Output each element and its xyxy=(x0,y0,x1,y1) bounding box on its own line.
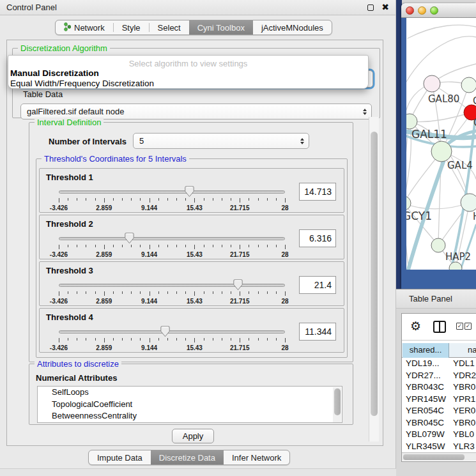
slider-track[interactable] xyxy=(59,330,285,334)
attribute-item-betweennesscentrality[interactable]: BetweennessCentrality xyxy=(38,410,342,422)
node-hap2[interactable] xyxy=(431,238,445,252)
threshold-value-field[interactable]: 6.316 xyxy=(299,229,336,247)
cell-name[interactable]: YBR0 xyxy=(453,381,475,393)
cell-shared-name[interactable]: YBR043C xyxy=(406,381,444,393)
table-row[interactable]: YDR27...YDR2 xyxy=(402,370,476,382)
tick-mark xyxy=(104,291,105,296)
cell-shared-name[interactable]: YBL079W xyxy=(406,429,445,440)
float-window-icon[interactable] xyxy=(367,4,374,11)
network-edge[interactable] xyxy=(410,112,472,122)
tab-discretize-data[interactable]: Discretize Data xyxy=(151,450,224,464)
node-top-right[interactable] xyxy=(461,77,476,93)
cell-name[interactable]: YDL1 xyxy=(453,358,475,369)
threshold-slider[interactable]: -3.4262.8599.14415.4321.71528 xyxy=(59,279,285,305)
threshold-value-field[interactable]: 21.4 xyxy=(299,276,336,294)
close-icon[interactable]: ✖ xyxy=(381,2,389,12)
cell-name[interactable]: YLR3 xyxy=(453,441,475,452)
network-edge[interactable] xyxy=(406,203,470,209)
checkbox-icon[interactable]: ✓ xyxy=(456,323,463,330)
node-bottom[interactable] xyxy=(449,262,462,270)
cell-shared-name[interactable]: YPR145W xyxy=(406,394,446,405)
close-traffic-light-icon[interactable] xyxy=(406,6,414,15)
tab-cyni-toolbox[interactable]: Cyni Toolbox xyxy=(189,20,253,35)
tab-infer-network[interactable]: Infer Network xyxy=(224,450,289,464)
tick-mark xyxy=(68,291,68,294)
dropdown-option-manual-discretization[interactable]: Manual Discretization xyxy=(10,68,99,78)
attribute-item-selfloops[interactable]: SelfLoops xyxy=(38,387,342,399)
panel-scrollbar[interactable] xyxy=(369,117,379,441)
node-gal11[interactable] xyxy=(406,114,417,129)
tick-mark xyxy=(68,245,68,247)
tick-mark xyxy=(158,198,159,201)
node-label-h: H xyxy=(473,211,476,222)
cell-name[interactable]: YDR2 xyxy=(453,370,476,381)
tick-mark xyxy=(86,198,86,201)
slider-tick-labels: -3.4262.8599.14415.4321.71528 xyxy=(59,251,285,259)
cell-shared-name[interactable]: YER054C xyxy=(406,405,444,417)
table-row[interactable]: YER054CYER0 xyxy=(402,405,476,417)
cell-shared-name[interactable]: YDR27... xyxy=(406,370,441,381)
table-row[interactable]: YLR345WYLR3 xyxy=(402,441,476,453)
tab-style[interactable]: Style xyxy=(114,20,149,35)
node-right-mid[interactable] xyxy=(461,194,476,211)
zoom-traffic-light-icon[interactable] xyxy=(430,6,438,15)
threshold-slider[interactable]: -3.4262.8599.14415.4321.71528 xyxy=(59,325,285,352)
scrollbar-thumb[interactable] xyxy=(371,132,378,416)
table-row[interactable]: YDL19...YDL1 xyxy=(402,358,476,370)
slider-track[interactable] xyxy=(59,284,285,287)
threshold-value-field[interactable]: 14.713 xyxy=(299,183,336,201)
tab-impute-data[interactable]: Impute Data xyxy=(89,450,151,464)
scrollbar-thumb[interactable] xyxy=(334,388,341,415)
network-edge[interactable] xyxy=(406,36,476,82)
network-canvas[interactable]: GAL80G.CGAL11GAL4GCY1HHAP2 xyxy=(406,18,476,270)
network-edge-highlighted[interactable] xyxy=(461,225,476,270)
threshold-value-field[interactable]: 11.344 xyxy=(299,323,336,341)
table-row[interactable]: YBR043CYBR0 xyxy=(402,381,476,394)
node-gcy1[interactable] xyxy=(406,196,411,210)
number-of-intervals-combobox[interactable]: 5 xyxy=(133,133,309,149)
tick-label: 9.144 xyxy=(141,251,157,258)
slider-handle[interactable] xyxy=(125,233,134,244)
slider-handle[interactable] xyxy=(185,186,194,197)
apply-button[interactable]: Apply xyxy=(172,429,214,443)
gear-icon[interactable]: ⚙ xyxy=(410,319,421,334)
network-window-titlebar[interactable] xyxy=(401,3,476,18)
attributes-scrollbar[interactable] xyxy=(333,387,341,423)
network-graph[interactable]: GAL80G.CGAL11GAL4GCY1HHAP2 xyxy=(406,18,476,270)
tab-network[interactable]: Network xyxy=(56,20,113,35)
cell-name[interactable]: YER0 xyxy=(453,405,475,417)
scrollbar-thumb[interactable] xyxy=(403,454,464,460)
cell-name[interactable]: YPR1 xyxy=(453,394,475,405)
attributes-listbox[interactable]: SelfLoopsTopologicalCoefficientBetweenne… xyxy=(37,386,342,423)
column-header-name[interactable]: na xyxy=(450,343,476,358)
panel-footer xyxy=(0,468,396,476)
node-label-hap2: HAP2 xyxy=(445,251,471,263)
dropdown-option-equal-width-frequency[interactable]: Equal Width/Frequency Discretization xyxy=(10,79,154,88)
slider-handle[interactable] xyxy=(160,326,170,337)
cell-name[interactable]: YBL0 xyxy=(453,429,474,440)
table-row[interactable]: YBL079WYBL0 xyxy=(402,429,476,441)
table-row[interactable]: YBR045CYBR0 xyxy=(402,417,476,429)
tick-mark xyxy=(231,338,231,341)
node-gal4[interactable] xyxy=(431,141,452,162)
split-view-icon[interactable] xyxy=(433,321,446,333)
attribute-item-topologicalcoefficient[interactable]: TopologicalCoefficient xyxy=(38,399,342,411)
tab-jactivemnodules[interactable]: jActiveMNodules xyxy=(253,20,332,35)
cell-shared-name[interactable]: YDL19... xyxy=(406,358,440,369)
threshold-slider[interactable]: -3.4262.8599.14415.4321.71528 xyxy=(59,232,285,259)
table-row[interactable]: YPR145WYPR1 xyxy=(402,394,476,406)
column-header-shared-name[interactable]: shared... xyxy=(403,343,449,358)
cell-shared-name[interactable]: YBR045C xyxy=(406,417,444,429)
cell-shared-name[interactable]: YLR345W xyxy=(406,441,445,452)
checkbox-icon[interactable]: ✓ xyxy=(464,323,472,330)
threshold-slider[interactable]: -3.4262.8599.14415.4321.71528 xyxy=(59,185,285,212)
minimize-traffic-light-icon[interactable] xyxy=(418,6,426,15)
slider-track[interactable] xyxy=(59,237,285,240)
slider-track[interactable] xyxy=(59,190,285,194)
node-pink[interactable] xyxy=(424,75,440,92)
cell-name[interactable]: YBR0 xyxy=(453,417,475,429)
tick-mark xyxy=(185,198,186,201)
slider-handle[interactable] xyxy=(233,279,243,291)
table-h-scrollbar[interactable] xyxy=(402,452,476,461)
tab-select[interactable]: Select xyxy=(150,20,189,35)
